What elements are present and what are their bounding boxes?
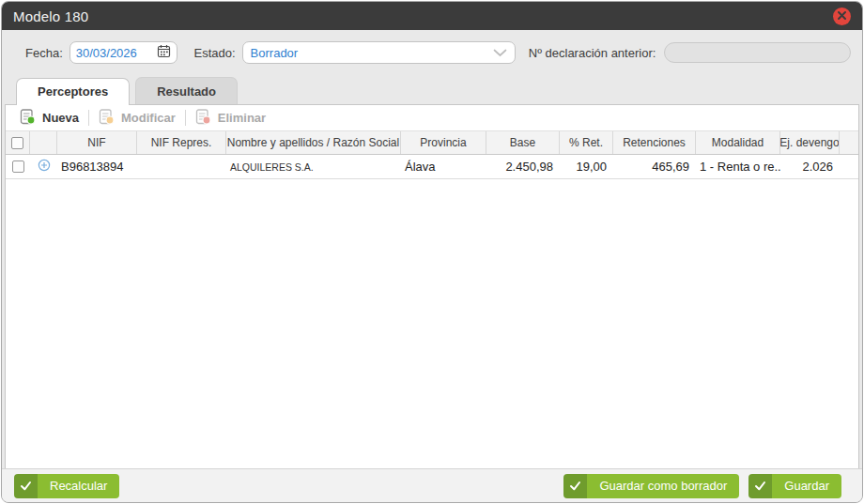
nueva-button[interactable]: Nueva	[10, 105, 88, 130]
guardar-label: Guardar	[772, 474, 841, 498]
cell-retenciones: 465,69	[613, 160, 696, 174]
perceptores-panel: Nueva Modificar	[5, 104, 859, 468]
column-header-retenciones[interactable]: Retenciones	[613, 131, 696, 154]
row-checkbox[interactable]	[12, 160, 24, 173]
grid-toolbar: Nueva Modificar	[6, 105, 858, 130]
guardar-button[interactable]: Guardar	[748, 474, 841, 498]
fecha-input[interactable]: 30/03/2026	[69, 41, 177, 64]
column-header-pct-ret[interactable]: % Ret.	[560, 131, 613, 154]
fecha-label: Fecha:	[25, 46, 63, 60]
estado-label: Estado:	[194, 46, 236, 60]
new-document-icon	[20, 109, 36, 128]
checkmark-icon	[748, 474, 772, 498]
cell-pct-ret: 19,00	[560, 160, 613, 174]
column-header-nif-repres[interactable]: NIF Repres.	[137, 131, 226, 154]
tab-strip: Perceptores Resultado	[2, 75, 862, 104]
calendar-icon[interactable]	[157, 44, 171, 61]
title-bar: Modelo 180	[2, 2, 862, 30]
cell-provincia: Álava	[401, 160, 486, 174]
row-check-cell	[6, 160, 30, 173]
column-header-modalidad[interactable]: Modalidad	[696, 131, 780, 154]
cell-nombre: ALQUILERES S.A.	[226, 161, 401, 173]
table-header: NIF NIF Repres. Nombre y apellidos / Raz…	[6, 130, 858, 155]
tab-resultado[interactable]: Resultado	[135, 77, 238, 104]
edit-document-icon	[99, 109, 115, 128]
tab-perceptores[interactable]: Perceptores	[16, 78, 130, 105]
column-header-base[interactable]: Base	[486, 131, 560, 154]
close-button[interactable]	[833, 8, 851, 25]
cell-nif: B96813894	[57, 160, 137, 174]
recalcular-button[interactable]: Recalcular	[14, 474, 119, 498]
declaracion-anterior-input	[664, 42, 851, 63]
guardar-como-borrador-label: Guardar como borrador	[587, 474, 739, 498]
table-body: B96813894 ALQUILERES S.A. Álava 2.450,98…	[6, 155, 858, 468]
header-form: Fecha: 30/03/2026 Estado: Borrador	[2, 30, 862, 75]
delete-document-icon	[195, 109, 211, 128]
cell-modalidad: 1 - Renta o re...	[696, 160, 780, 174]
dialog-title: Modelo 180	[13, 8, 88, 24]
column-header-nif[interactable]: NIF	[57, 131, 137, 154]
close-icon	[837, 8, 847, 24]
estado-value: Borrador	[251, 46, 493, 60]
column-header-provincia[interactable]: Provincia	[401, 131, 486, 154]
checkmark-icon	[14, 474, 38, 498]
select-all-cell	[6, 131, 30, 154]
declaracion-anterior-label: Nº declaración anterior:	[529, 46, 656, 60]
nueva-label: Nueva	[42, 111, 79, 125]
column-header-ej-devengo[interactable]: Ej. devengo	[780, 131, 840, 154]
row-expand-cell	[30, 159, 57, 175]
expand-plus-icon[interactable]	[38, 159, 51, 175]
select-all-checkbox[interactable]	[11, 137, 23, 149]
cell-ej-devengo: 2.026	[780, 160, 840, 174]
footer-bar: Recalcular Guardar como borrador Guardar	[2, 468, 862, 502]
recalcular-label: Recalcular	[38, 474, 119, 498]
estado-select[interactable]: Borrador	[242, 41, 516, 64]
fecha-value: 30/03/2026	[76, 46, 157, 60]
checkmark-icon	[563, 474, 587, 498]
table-row[interactable]: B96813894 ALQUILERES S.A. Álava 2.450,98…	[6, 155, 858, 179]
guardar-como-borrador-button[interactable]: Guardar como borrador	[563, 474, 739, 498]
eliminar-button[interactable]: Eliminar	[186, 105, 275, 130]
column-header-filler	[840, 131, 858, 154]
modificar-button[interactable]: Modificar	[89, 105, 185, 130]
tab-resultado-label: Resultado	[157, 84, 216, 99]
cell-base: 2.450,98	[486, 160, 560, 174]
column-header-nombre[interactable]: Nombre y apellidos / Razón Social	[226, 131, 401, 154]
chevron-down-icon	[493, 46, 507, 60]
expand-column-header	[30, 131, 57, 154]
tab-perceptores-label: Perceptores	[38, 84, 108, 99]
modelo-180-dialog: Modelo 180 Fecha: 30/03/2026	[1, 1, 863, 503]
modificar-label: Modificar	[121, 111, 176, 125]
eliminar-label: Eliminar	[218, 111, 266, 125]
